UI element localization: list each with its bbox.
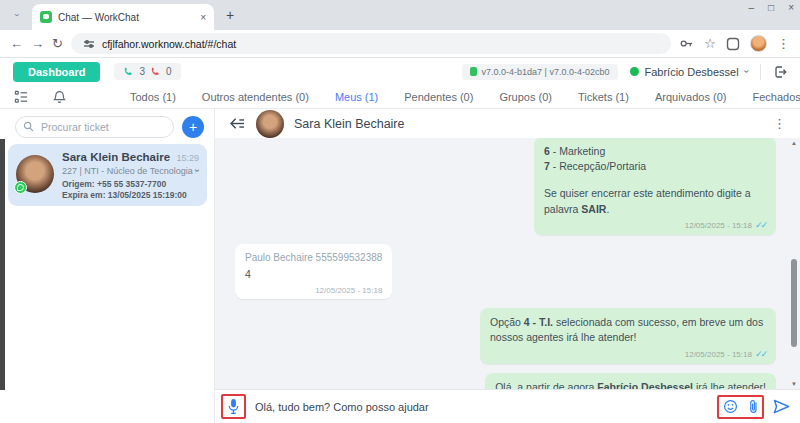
scrollbar-thumb[interactable] — [791, 259, 797, 347]
version-text: v7.0.0-4-b1da7 | v7.0.0-4-02cb0 — [482, 67, 610, 77]
close-tab-icon[interactable]: × — [200, 12, 206, 23]
chat-options-menu-icon[interactable]: ⋮ — [773, 116, 786, 131]
tab-meus[interactable]: Meus (1) — [335, 87, 378, 107]
chat-contact-avatar — [256, 110, 284, 138]
tab-fechados[interactable]: Fechados (2) — [752, 87, 800, 107]
browser-tabstrip: › Chat — WorkChat × + – □ × — [0, 0, 800, 30]
message-line: Olá, a partir de agora Fabrício Desbesse… — [495, 380, 766, 389]
message-input[interactable] — [255, 401, 708, 413]
add-ticket-button[interactable]: + — [182, 116, 204, 138]
search-icon — [23, 121, 34, 132]
message-timestamp: 12/05/2025 - 15:18 — [245, 285, 382, 297]
version-chip: v7.0.0-4-b1da7 | v7.0.0-4-02cb0 — [462, 64, 618, 80]
mic-annotation-box — [221, 394, 246, 419]
message-composer — [215, 389, 800, 423]
chat-panel: Sara Klein Bechaire ⋮ 6 - Marketing7 - R… — [215, 109, 800, 423]
url-text: cfjlfahor.worknow.chat/#/chat — [102, 38, 236, 50]
message-timestamp: 12/05/2025 - 15:18✓✓ — [490, 348, 766, 361]
tab-todos[interactable]: Todos (1) — [130, 87, 176, 107]
browser-menu-icon[interactable]: ⋮ — [777, 36, 790, 51]
version-status-icon — [470, 67, 477, 76]
sort-list-icon[interactable] — [14, 90, 29, 104]
message-line — [544, 174, 766, 186]
password-key-icon[interactable] — [679, 36, 694, 51]
read-check-icon: ✓✓ — [755, 220, 766, 230]
calls-in-count: 3 — [139, 66, 145, 77]
message-line: Opção 4 - T.I. selecionada com sucesso, … — [490, 315, 766, 345]
ticket-expiration: Expira em: 13/05/2025 15:19:00 — [62, 190, 199, 200]
user-menu[interactable]: Fabrício Desbessel › — [630, 66, 749, 78]
maximize-window-icon[interactable]: □ — [768, 2, 774, 13]
side-panel-icon[interactable] — [726, 37, 740, 51]
messages-scrollbar[interactable]: ▲ ▼ — [789, 138, 799, 389]
calls-counter-chip[interactable]: 3 0 — [114, 63, 180, 80]
notifications-bell-icon[interactable] — [53, 90, 66, 104]
phone-icon — [123, 66, 134, 77]
tab-search-chevron-icon[interactable]: › — [6, 2, 28, 28]
tab-outros-atendentes[interactable]: Outros atendentes (0) — [202, 87, 309, 107]
site-settings-icon[interactable] — [83, 38, 95, 50]
emoji-picker-button[interactable] — [723, 399, 738, 414]
tabs-container: Todos (1)Outros atendentes (0)Meus (1)Pe… — [130, 87, 800, 107]
ticket-origin: Origem: +55 55 3537-7700 — [62, 179, 199, 189]
attach-file-button[interactable] — [749, 399, 758, 415]
bookmark-star-icon[interactable]: ☆ — [704, 36, 716, 51]
forward-icon[interactable]: → — [31, 36, 44, 51]
logout-icon[interactable] — [773, 65, 787, 79]
missed-call-icon — [150, 66, 161, 77]
online-status-dot — [630, 67, 639, 76]
message-line: 7 - Recepção/Portaria — [544, 159, 766, 174]
user-name: Fabrício Desbessel — [645, 66, 739, 78]
ticket-time: 15:29 — [176, 153, 199, 163]
close-window-icon[interactable]: × — [788, 2, 794, 13]
whatsapp-badge-icon — [14, 181, 27, 194]
ticket-avatar — [16, 155, 54, 193]
workchat-favicon-icon — [40, 11, 52, 23]
browser-tab-title: Chat — WorkChat — [58, 12, 194, 23]
scroll-down-icon[interactable]: ▼ — [791, 379, 797, 389]
read-check-icon: ✓✓ — [755, 349, 766, 359]
return-ticket-icon[interactable] — [229, 117, 246, 130]
ticket-search-input[interactable] — [15, 116, 174, 138]
browser-profile-avatar[interactable] — [750, 35, 767, 52]
reload-icon[interactable]: ↻ — [52, 36, 63, 51]
sidebar-scrollbar[interactable] — [0, 139, 5, 390]
url-bar[interactable]: cfjlfahor.worknow.chat/#/chat — [71, 33, 671, 54]
browser-toolbar: ← → ↻ cfjlfahor.worknow.chat/#/chat ☆ ⋮ — [0, 30, 800, 58]
calls-missed-count: 0 — [166, 66, 172, 77]
chat-contact-name: Sara Klein Bechaire — [294, 117, 404, 131]
header-divider — [760, 64, 761, 80]
message-list: 6 - Marketing7 - Recepção/PortariaSe qui… — [215, 138, 800, 389]
message-line: 6 - Marketing — [544, 144, 766, 159]
ticket-expand-chevron-icon[interactable]: › — [192, 169, 199, 172]
tab-tickets[interactable]: Tickets (1) — [578, 87, 629, 107]
browser-tab[interactable]: Chat — WorkChat × — [32, 4, 214, 30]
minimize-window-icon[interactable]: – — [749, 2, 755, 13]
ticket-list-item[interactable]: Sara Klein Bechaire 15:29 227 | NTI - Nú… — [8, 144, 207, 206]
tab-arquivados[interactable]: Arquivados (0) — [655, 87, 727, 107]
message-sender: Paulo Bechaire 555599532388 — [245, 251, 382, 266]
message-bubble: Opção 4 - T.I. selecionada com sucesso, … — [480, 308, 776, 363]
tickets-tabs-row: Todos (1)Outros atendentes (0)Meus (1)Pe… — [0, 85, 800, 109]
tickets-sidebar: + Sara Klein Bechaire 15:29 227 | NTI - … — [0, 109, 215, 423]
ticket-contact-name: Sara Klein Bechaire — [62, 151, 176, 163]
chat-header: Sara Klein Bechaire ⋮ — [215, 109, 800, 138]
microphone-button[interactable] — [227, 398, 240, 415]
scroll-up-icon[interactable]: ▲ — [791, 138, 797, 148]
chevron-down-icon: › — [741, 70, 752, 73]
tab-pendentes[interactable]: Pendentes (0) — [404, 87, 473, 107]
message-bubble: Olá, a partir de agora Fabrício Desbesse… — [485, 373, 776, 389]
message-line: 4 — [245, 267, 382, 282]
message-bubble: 6 - Marketing7 - Recepção/PortariaSe qui… — [534, 138, 776, 235]
app-header: Dashboard 3 0 v7.0.0-4-b1da7 | v7.0.0-4-… — [0, 58, 800, 85]
message-line: Se quiser encerrar este atendimento digi… — [544, 186, 766, 216]
dashboard-button[interactable]: Dashboard — [13, 62, 100, 82]
message-bubble: Paulo Bechaire 555599532388412/05/2025 -… — [235, 244, 392, 299]
back-icon[interactable]: ← — [10, 36, 23, 51]
send-message-button[interactable] — [773, 399, 790, 414]
message-timestamp: 12/05/2025 - 15:18✓✓ — [544, 219, 766, 232]
emoji-attach-annotation-box — [717, 395, 764, 419]
tab-grupos[interactable]: Grupos (0) — [499, 87, 552, 107]
new-tab-button[interactable]: + — [218, 3, 242, 27]
ticket-department: 227 | NTI - Núcleo de Tecnologia da Info… — [62, 166, 196, 176]
